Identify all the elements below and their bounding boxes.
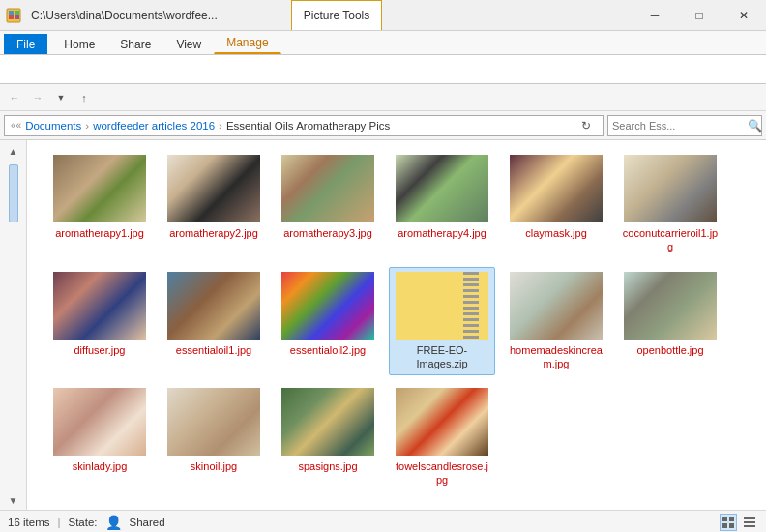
back-button[interactable]: ←: [4, 87, 25, 108]
tab-home[interactable]: Home: [51, 34, 107, 54]
minimize-button[interactable]: ─: [633, 0, 677, 31]
file-name: openbottle.jpg: [636, 343, 703, 357]
file-thumbnail: [53, 388, 146, 456]
file-name: diffuser.jpg: [74, 343, 125, 357]
list-item[interactable]: coconutcarrieroil1.jpg: [617, 150, 723, 259]
list-item[interactable]: aromatherapy2.jpg: [161, 150, 267, 259]
file-name: claymask.jpg: [525, 226, 587, 240]
svg-rect-1: [9, 11, 14, 15]
list-item[interactable]: aromatherapy1.jpg: [46, 150, 153, 259]
panel-indicator: [9, 164, 18, 222]
svg-rect-2: [15, 11, 19, 15]
file-thumbnail: [510, 155, 603, 222]
list-item[interactable]: skinoil.jpg: [161, 383, 267, 492]
file-thumbnail: [396, 272, 488, 340]
search-input[interactable]: [612, 120, 746, 132]
file-thumbnail: [281, 388, 374, 456]
breadcrumb-documents[interactable]: Documents: [25, 120, 81, 132]
file-name: essentialoil2.jpg: [290, 343, 366, 357]
file-thumbnail: [53, 272, 146, 340]
address-bar-row: «« Documents › wordfeeder articles 2016 …: [0, 111, 766, 140]
title-path: C:\Users\dina\Documents\wordfee...: [27, 0, 285, 30]
search-bar[interactable]: 🔍: [607, 115, 762, 136]
list-item[interactable]: spasigns.jpg: [275, 383, 381, 492]
svg-rect-7: [722, 523, 727, 528]
left-panel: ▲ ▼: [0, 140, 27, 510]
ribbon-content: [0, 54, 766, 83]
zip-zipper-decoration: [463, 272, 479, 340]
file-thumbnail: [396, 388, 488, 456]
file-thumbnail: [53, 155, 146, 222]
shared-label: Shared: [130, 517, 165, 528]
list-item[interactable]: FREE-EO-Images.zip: [389, 267, 495, 376]
file-thumbnail: [624, 155, 717, 222]
svg-rect-6: [729, 517, 734, 521]
app-icon: [0, 0, 27, 30]
list-item[interactable]: skinlady.jpg: [46, 383, 153, 492]
list-item[interactable]: aromatherapy3.jpg: [275, 150, 381, 259]
file-name: FREE-EO-Images.zip: [394, 343, 490, 371]
window-controls: ─ □ ✕: [633, 0, 766, 30]
details-view-button[interactable]: [741, 514, 758, 531]
file-thumbnail: [281, 155, 374, 222]
ribbon: File Home Share View Manage: [0, 31, 766, 84]
content-area: aromatherapy1.jpg aromatherapy2.jpg arom…: [27, 140, 766, 510]
path-text: C:\Users\dina\Documents\wordfee...: [31, 9, 218, 22]
list-item[interactable]: aromatherapy4.jpg: [389, 150, 495, 259]
search-icon[interactable]: 🔍: [748, 119, 762, 133]
list-item[interactable]: claymask.jpg: [503, 150, 609, 259]
picture-tools-label: Picture Tools: [291, 0, 382, 30]
file-name: aromatherapy1.jpg: [55, 226, 144, 240]
file-name: skinlady.jpg: [73, 459, 128, 473]
file-name: spasigns.jpg: [298, 459, 357, 473]
svg-rect-4: [15, 15, 19, 19]
svg-rect-3: [9, 15, 14, 19]
tab-manage[interactable]: Manage: [214, 32, 280, 54]
file-name: aromatherapy2.jpg: [169, 226, 258, 240]
file-thumbnail: [167, 155, 260, 222]
list-item[interactable]: homemadeskincream.jpg: [503, 267, 609, 376]
list-item[interactable]: diffuser.jpg: [46, 267, 153, 376]
list-item[interactable]: essentialoil2.jpg: [275, 267, 381, 376]
title-bar: C:\Users\dina\Documents\wordfee... Pictu…: [0, 0, 766, 31]
large-icons-view-button[interactable]: [720, 514, 737, 531]
recent-locations-button[interactable]: ▼: [50, 87, 72, 108]
status-bar: 16 items | State: 👤 Shared: [0, 510, 766, 532]
svg-rect-5: [722, 517, 727, 521]
panel-expand-arrow[interactable]: ▼: [5, 491, 22, 510]
file-thumbnail: [167, 388, 260, 456]
file-thumbnail: [624, 272, 717, 340]
svg-rect-8: [729, 523, 734, 528]
file-name: aromatherapy3.jpg: [283, 226, 372, 240]
tab-share[interactable]: Share: [107, 34, 163, 54]
file-name: essentialoil1.jpg: [176, 343, 251, 357]
address-bar[interactable]: «« Documents › wordfeeder articles 2016 …: [4, 115, 604, 136]
refresh-button[interactable]: ↻: [575, 115, 597, 136]
svg-rect-10: [744, 521, 755, 523]
file-name: skinoil.jpg: [191, 459, 237, 473]
toolbar: ← → ▼ ↑: [0, 84, 766, 111]
file-thumbnail: [396, 155, 488, 222]
breadcrumb-wordfeeder[interactable]: wordfeeder articles 2016: [93, 120, 215, 132]
svg-rect-11: [744, 525, 755, 527]
file-thumbnail: [281, 272, 374, 340]
forward-button[interactable]: →: [27, 87, 48, 108]
close-button[interactable]: ✕: [722, 0, 766, 31]
file-thumbnail: [167, 272, 260, 340]
list-item[interactable]: essentialoil1.jpg: [161, 267, 267, 376]
tab-file[interactable]: File: [4, 34, 47, 54]
file-name: homemadeskincream.jpg: [508, 343, 604, 371]
file-name: towelscandlesrose.jpg: [394, 459, 490, 488]
panel-collapse-arrow[interactable]: ▲: [5, 142, 22, 161]
ribbon-tabs: File Home Share View Manage: [0, 31, 766, 54]
file-name: aromatherapy4.jpg: [398, 226, 486, 240]
view-controls: [720, 514, 758, 531]
state-label: State:: [68, 517, 97, 528]
list-item[interactable]: towelscandlesrose.jpg: [389, 383, 495, 492]
tab-view[interactable]: View: [163, 34, 214, 54]
item-count: 16 items: [8, 517, 49, 528]
up-button[interactable]: ↑: [74, 87, 95, 108]
maximize-button[interactable]: □: [677, 0, 722, 31]
file-grid: aromatherapy1.jpg aromatherapy2.jpg arom…: [46, 150, 756, 492]
list-item[interactable]: openbottle.jpg: [617, 267, 723, 376]
